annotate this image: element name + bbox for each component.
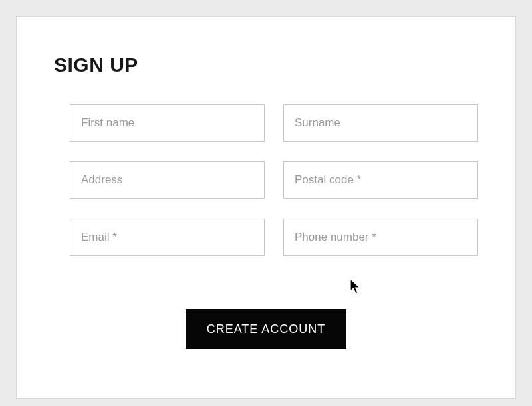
create-account-button[interactable]: CREATE ACCOUNT: [186, 309, 347, 349]
email-field[interactable]: [70, 219, 265, 256]
form-grid: [54, 104, 478, 256]
phone-field[interactable]: [283, 219, 478, 256]
signup-card: SIGN UP CREATE ACCOUNT: [16, 16, 516, 399]
postal-code-field[interactable]: [283, 161, 478, 199]
surname-field[interactable]: [283, 104, 478, 142]
page-title: SIGN UP: [54, 54, 478, 76]
address-field[interactable]: [70, 161, 265, 199]
submit-wrap: CREATE ACCOUNT: [54, 309, 478, 349]
first-name-field[interactable]: [70, 104, 265, 142]
